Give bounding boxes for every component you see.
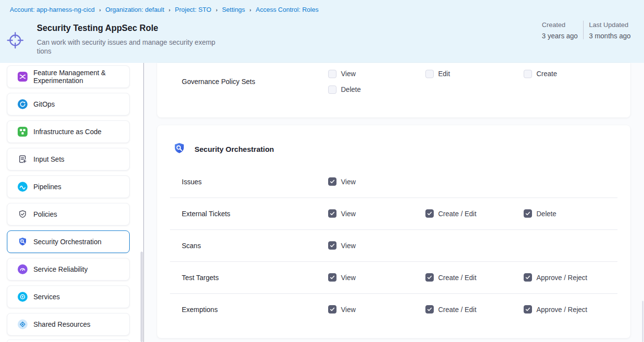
sidebar-item-service-reliability[interactable]: Service Reliability (7, 258, 130, 281)
permission-label: Delete (341, 86, 361, 93)
permission-label: Approve / Reject (536, 306, 588, 314)
sidebar-item-label: Feature Management & Experimentation (33, 69, 112, 85)
checkbox-governance-view[interactable] (328, 70, 336, 78)
permission-label: View (341, 210, 356, 218)
crosshair-role-icon (6, 31, 24, 49)
sidebar-item-gitops[interactable]: GitOps (7, 93, 130, 115)
breadcrumb-access-control-roles[interactable]: Access Control: Roles (256, 6, 319, 13)
breadcrumb-separator: › (216, 6, 218, 12)
permission-row-exemptions: Exemptions View Create / Edit Approve / … (157, 293, 630, 325)
sidebar-main-divider (143, 63, 144, 342)
sidebar-item-label: Pipelines (33, 183, 119, 191)
sidebar-item-shared-resources[interactable]: Shared Resources (7, 313, 130, 336)
sidebar-item-label: Infrastructure as Code (33, 128, 119, 136)
checkbox-test-targets-approve-reject[interactable] (524, 273, 532, 282)
services-icon (18, 292, 28, 302)
sidebar-scrollbar-thumb[interactable] (140, 252, 143, 342)
sidebar-item-feature-management[interactable]: Feature Management & Experimentation (7, 65, 130, 88)
checkbox-governance-delete[interactable] (328, 86, 336, 94)
resource-label-governance-policy-sets: Governance Policy Sets (182, 78, 255, 86)
permission-label: Create / Edit (438, 306, 476, 314)
permission-test-targets-approve-reject: Approve / Reject (524, 273, 588, 282)
role-description: Can work with security issues and manage… (37, 38, 243, 56)
permission-label: Create / Edit (438, 274, 476, 282)
permission-label: Create / Edit (438, 210, 476, 218)
sidebar-item-label: Security Orchestration (33, 238, 119, 246)
resource-label-exemptions: Exemptions (182, 306, 218, 314)
checkbox-governance-edit[interactable] (425, 70, 434, 78)
permission-exemptions-view: View (328, 305, 356, 314)
sidebar-item-infrastructure-as-code[interactable]: Infrastructure as Code (7, 120, 130, 143)
security-orchestration-card: Security Orchestration Issues View Exter… (157, 125, 630, 338)
permission-test-targets-create-edit: Create / Edit (425, 273, 476, 282)
permission-issues-view: View (328, 177, 356, 186)
service-reliability-icon (18, 264, 28, 274)
checkbox-scans-view[interactable] (328, 241, 336, 250)
permission-external-tickets-create-edit: Create / Edit (425, 209, 476, 218)
checkbox-test-targets-create-edit[interactable] (425, 273, 434, 282)
permission-row-scans: Scans View (157, 229, 630, 261)
breadcrumb-organization[interactable]: Organization: default (105, 6, 164, 13)
permission-label: Edit (438, 70, 450, 78)
permission-label: Delete (536, 210, 556, 218)
last-updated-label: Last Updated (589, 21, 628, 28)
permission-label: Create (536, 70, 557, 78)
sidebar-item-services[interactable]: Services (7, 285, 130, 308)
sidebar-item-label: Policies (33, 210, 119, 219)
resource-group-sidebar: Feature Management & Experimentation Git… (0, 63, 143, 342)
permission-governance-create: Create (524, 69, 557, 78)
infrastructure-as-code-icon (18, 127, 28, 137)
gitops-icon (18, 99, 28, 109)
sidebar-item-label: Shared Resources (33, 320, 119, 329)
checkbox-exemptions-approve-reject[interactable] (524, 305, 532, 314)
permission-test-targets-view: View (328, 273, 356, 282)
input-sets-icon (18, 154, 28, 164)
breadcrumb-project[interactable]: Project: STO (175, 6, 211, 13)
breadcrumb-separator: › (99, 6, 101, 12)
checkbox-governance-create[interactable] (524, 70, 532, 78)
resource-label-issues: Issues (182, 178, 201, 186)
resource-label-test-targets: Test Targets (182, 274, 219, 282)
sidebar-item-label: GitOps (33, 100, 119, 109)
permission-label: View (341, 70, 356, 78)
sidebar-item-input-sets[interactable]: Input Sets (7, 148, 130, 171)
sidebar-item-pipelines[interactable]: Pipelines (7, 175, 130, 198)
sidebar-item-label: Services (33, 293, 119, 301)
sidebar-item-security-orchestration[interactable]: Security Orchestration (7, 230, 130, 253)
permission-exemptions-approve-reject: Approve / Reject (524, 305, 588, 314)
main-scrollbar-thumb[interactable] (642, 301, 644, 342)
sidebar-item-partial[interactable] (7, 340, 130, 342)
created-value: 3 years ago (542, 32, 578, 40)
sidebar-item-policies[interactable]: Policies (7, 203, 130, 226)
breadcrumb-account[interactable]: Account: app-harness-ng-cicd (10, 6, 95, 13)
pipelines-icon (18, 182, 28, 192)
created-label: Created (542, 21, 565, 28)
checkbox-exemptions-view[interactable] (328, 305, 336, 314)
breadcrumb-settings[interactable]: Settings (222, 6, 245, 13)
section-title: Security Orchestration (195, 145, 274, 153)
checkbox-external-tickets-create-edit[interactable] (425, 209, 434, 218)
governance-policy-sets-card: Governance Policy Sets View Edit Create … (157, 63, 630, 117)
permission-row-external-tickets: External Tickets View Create / Edit Dele… (157, 198, 630, 229)
checkbox-external-tickets-delete[interactable] (524, 209, 532, 218)
permission-label: View (341, 242, 356, 250)
permission-label: View (341, 306, 356, 314)
page-header: Account: app-harness-ng-cicd › Organizat… (0, 0, 644, 63)
permission-governance-delete: Delete (328, 85, 361, 94)
checkbox-external-tickets-view[interactable] (328, 209, 336, 218)
shared-resources-icon (18, 319, 28, 329)
sidebar-item-label: Input Sets (33, 155, 119, 164)
permission-scans-view: View (328, 241, 356, 250)
checkbox-issues-view[interactable] (328, 177, 336, 186)
permission-exemptions-create-edit: Create / Edit (425, 305, 476, 314)
permission-label: View (341, 178, 356, 186)
resource-label-scans: Scans (182, 242, 201, 250)
feature-flags-icon (18, 72, 28, 82)
permission-row-test-targets: Test Targets View Create / Edit Approve … (157, 261, 630, 293)
checkbox-exemptions-create-edit[interactable] (425, 305, 434, 314)
checkbox-test-targets-view[interactable] (328, 273, 336, 282)
breadcrumb-separator: › (250, 6, 252, 12)
security-orchestration-shield-icon (173, 142, 186, 155)
permission-row-issues: Issues View (157, 166, 630, 198)
meta-divider (583, 21, 584, 39)
